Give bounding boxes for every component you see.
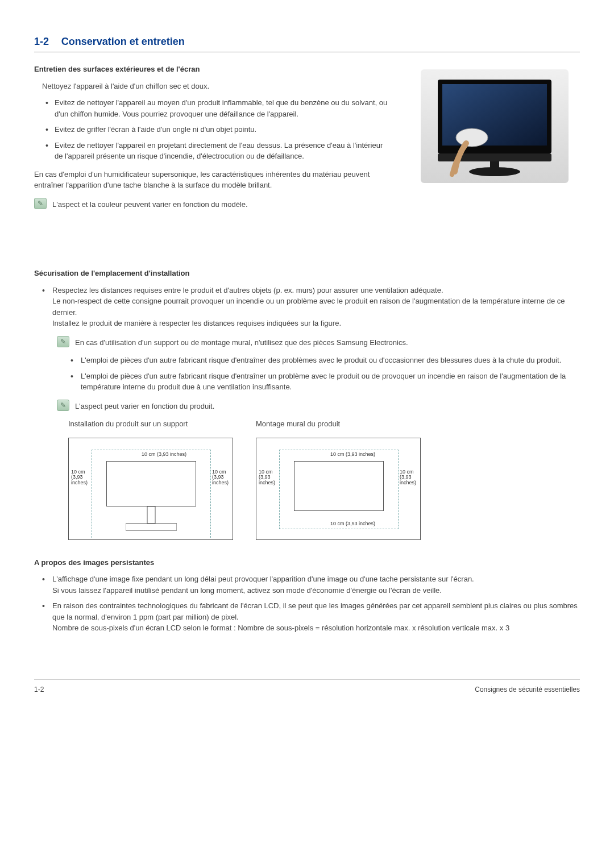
- subheading-securisation: Sécurisation de l'emplacement d'installa…: [34, 268, 580, 279]
- intro-text: Nettoyez l'appareil à l'aide d'un chiffo…: [42, 81, 392, 92]
- section-number: 1-2: [34, 36, 49, 47]
- note-text: L'aspect et la couleur peuvent varier en…: [52, 198, 248, 210]
- subheading-entretien: Entretien des surfaces extérieures et de…: [34, 64, 392, 75]
- bullet-line: Le non-respect de cette consigne pourrai…: [52, 297, 565, 317]
- svg-point-6: [456, 128, 488, 147]
- footer-left: 1-2: [34, 684, 44, 695]
- note-icon: ✎: [34, 198, 47, 209]
- diagram-wall: Montage mural du produit 10 cm (3,93 inc…: [256, 418, 432, 540]
- note-row: ✎ En cas d'utilisation d'un support ou d…: [57, 336, 580, 348]
- diagram-box: 10 cm (3,93 inches) 10 cm (3,93 inches) …: [68, 438, 233, 540]
- clearance-label: 10 cm (3,93 inches): [71, 470, 88, 487]
- clearance-label: 10 cm (3,93 inches): [330, 521, 375, 527]
- bullet-item: Evitez de nettoyer l'appareil au moyen d…: [42, 97, 392, 119]
- diagram-title: Installation du produit sur un support: [68, 418, 244, 430]
- clearance-label: 10 cm (3,93 inches): [212, 470, 229, 487]
- section-entretien: Entretien des surfaces extérieures et de…: [34, 64, 580, 217]
- bullet-line: En raison des contraintes technologiques…: [52, 601, 578, 621]
- bullet-line: Nombre de sous-pixels d'un écran LCD sel…: [52, 624, 509, 632]
- bullet-item: L'emploi de pièces d'un autre fabricant …: [70, 371, 580, 393]
- paragraph-humidifier: En cas d'emploi d'un humidificateur supe…: [34, 169, 392, 191]
- section-title: Conservation et entretien: [61, 36, 185, 47]
- bullet-list-3: L'affichage d'une image fixe pendant un …: [42, 574, 580, 634]
- diagram-row: Installation du produit sur un support 1…: [68, 418, 580, 540]
- bullet-item: Respectez les distances requises entre l…: [42, 285, 580, 329]
- bullet-item: L'affichage d'une image fixe pendant un …: [42, 574, 580, 596]
- nested-bullet-list: L'emploi de pièces d'un autre fabricant …: [70, 355, 580, 393]
- clearance-label: 10 cm (3,93 inches): [400, 470, 416, 487]
- svg-rect-5: [490, 161, 499, 171]
- footer-right: Consignes de sécurité essentielles: [475, 684, 580, 695]
- page-footer: 1-2 Consignes de sécurité essentielles: [34, 679, 580, 695]
- bullet-item: Evitez de nettoyer l'appareil en projeta…: [42, 140, 392, 162]
- col-image: [409, 64, 580, 217]
- svg-rect-7: [147, 506, 155, 524]
- bullet-list-1: Evitez de nettoyer l'appareil au moyen d…: [42, 97, 392, 162]
- note-icon: ✎: [57, 400, 69, 411]
- note-icon: ✎: [57, 336, 69, 347]
- note-text: L'aspect peut varier en fonction du prod…: [75, 400, 214, 412]
- clearance-label: 10 cm (3,93 inches): [142, 452, 186, 458]
- bullet-line: Installez le produit de manière à respec…: [52, 319, 341, 327]
- note-row: ✎ L'aspect peut varier en fonction du pr…: [57, 400, 580, 412]
- bullet-line: Respectez les distances requises entre l…: [52, 286, 443, 294]
- note-text: En cas d'utilisation d'un support ou de …: [75, 336, 408, 348]
- monitor-illustration: [421, 69, 569, 183]
- clearance-label: 10 cm (3,93 inches): [259, 470, 275, 487]
- note-row: ✎ L'aspect et la couleur peuvent varier …: [34, 198, 392, 210]
- section-header: 1-2 Conservation et entretien: [34, 34, 580, 52]
- diagram-stand: Installation du produit sur un support 1…: [68, 418, 244, 540]
- bullet-line: Si vous laissez l'appareil inutilisé pen…: [52, 586, 442, 595]
- bullet-item: L'emploi de pièces d'un autre fabricant …: [70, 355, 580, 366]
- svg-rect-8: [126, 524, 177, 530]
- stand-icon: [126, 506, 177, 535]
- bullet-list-2: Respectez les distances requises entre l…: [42, 285, 580, 329]
- col-text: Entretien des surfaces extérieures et de…: [34, 64, 392, 217]
- bullet-item: En raison des contraintes technologiques…: [42, 600, 580, 634]
- bullet-line: L'affichage d'une image fixe pendant un …: [52, 575, 474, 583]
- subheading-images: A propos des images persistantes: [34, 557, 580, 568]
- clearance-label: 10 cm (3,93 inches): [330, 452, 375, 458]
- diagram-title: Montage mural du produit: [256, 418, 432, 430]
- bullet-item: Evitez de griffer l'écran à l'aide d'un …: [42, 124, 392, 135]
- diagram-box: 10 cm (3,93 inches) 10 cm (3,93 inches) …: [256, 438, 421, 540]
